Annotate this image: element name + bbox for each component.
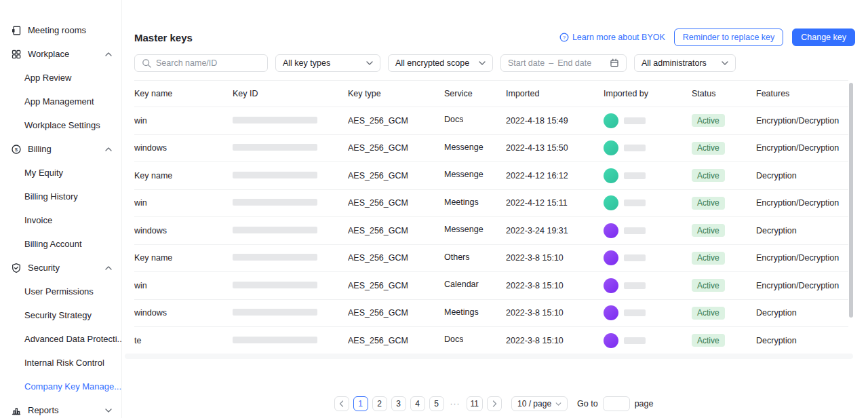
imported-by-cell [604,305,692,320]
vertical-scrollbar-thumb[interactable] [849,83,853,318]
key-type-cell: AES_256_GCM [348,281,444,290]
service-cell: Docs [444,115,506,126]
status-cell: Active [692,224,756,237]
reminder-to-replace-key-button[interactable]: Reminder to replace key [674,28,783,46]
table-row[interactable]: windows AES_256_GCM Messenger 2022-4-13 … [134,135,848,163]
table-row[interactable]: te AES_256_GCM Docs 2022-3-8 15:10 Activ… [134,327,848,355]
chevron-down-icon [555,402,561,406]
sidebar-item-app-management[interactable]: App Management [0,90,121,113]
sidebar-item-invoice[interactable]: Invoice [0,208,121,232]
key-type-cell: AES_256_GCM [348,308,444,318]
imported-by-cell [604,140,692,155]
goto-page-input[interactable] [603,396,630,411]
key-name-cell: windows [134,308,233,318]
svg-text:?: ? [563,35,566,41]
billing-icon: $ [11,144,22,155]
page-button-4[interactable]: 4 [410,396,425,411]
pagination-ellipsis[interactable]: ··· [448,399,462,408]
next-page-button[interactable] [487,396,502,411]
table-row[interactable]: win AES_256_GCM Docs 2022-4-18 15:49 Act… [134,107,848,135]
table-row[interactable]: Key name AES_256_GCM Others 2022-3-8 15:… [134,245,848,273]
key-id-cell [233,171,348,180]
sidebar-item-company-key-management[interactable]: Company Key Manage... [0,375,121,398]
key-type-cell: AES_256_GCM [348,336,444,345]
status-badge: Active [692,197,725,210]
sidebar-item-workplace-settings[interactable]: Workplace Settings [0,113,121,137]
sidebar: Meeting rooms Workplace App Review App M… [0,0,122,418]
prev-page-button[interactable] [334,396,349,411]
table-row[interactable]: win AES_256_GCM Meetings 2022-4-12 15:11… [134,190,848,218]
table-row[interactable]: Key name AES_256_GCM Messenger 2022-4-12… [134,162,848,190]
table-row[interactable]: win AES_256_GCM Calendar 2022-3-8 15:10 … [134,272,848,300]
status-cell: Active [692,307,756,320]
end-date-placeholder: End date [557,58,591,68]
reports-icon [11,405,22,416]
search-field[interactable] [134,54,268,72]
service-cell: Messenger [444,225,506,236]
sidebar-item-workplace[interactable]: Workplace [0,42,121,66]
imported-by-name-placeholder-bar [624,282,646,289]
imported-cell: 2022-3-8 15:10 [506,281,604,290]
features-cell: Encryption/Decryption [756,281,848,290]
page-button-5[interactable]: 5 [429,396,444,411]
search-icon [142,58,151,68]
status-cell: Active [692,334,756,347]
key-types-select[interactable]: All key types [275,54,380,72]
status-badge: Active [692,252,725,265]
table-row[interactable]: windows AES_256_GCM Messenger 2022-3-24 … [134,217,848,245]
page-button-2[interactable]: 2 [372,396,387,411]
date-range-picker[interactable]: Start date – End date [500,54,627,72]
imported-by-name-placeholder-bar [624,309,646,316]
sidebar-item-billing[interactable]: $ Billing [0,137,121,161]
sidebar-item-billing-account[interactable]: Billing Account [0,232,121,256]
goto-page: Go to page [577,396,653,411]
search-input[interactable] [156,58,260,68]
key-id-cell [233,226,348,235]
sidebar-item-label: App Review [24,73,71,83]
features-cell: Decryption [756,336,848,345]
imported-by-name-placeholder-bar [624,145,646,151]
sidebar-item-app-review[interactable]: App Review [0,66,121,90]
change-key-button[interactable]: Change key [792,28,855,46]
sidebar-item-my-equity[interactable]: My Equity [0,161,121,185]
sidebar-item-advanced-data-protection[interactable]: Advanced Data Protecti... [0,327,121,351]
key-type-cell: AES_256_GCM [348,226,444,235]
status-badge: Active [692,114,725,127]
service-cell: Messenger [444,142,506,154]
sidebar-item-meeting-rooms[interactable]: Meeting rooms [0,18,121,42]
status-badge: Active [692,169,725,182]
sidebar-item-security-strategy[interactable]: Security Strategy [0,303,121,327]
administrators-select[interactable]: All administrators [634,54,736,72]
calendar-icon [610,58,619,68]
horizontal-scrollbar-track[interactable] [125,354,853,359]
svg-text:$: $ [15,146,18,152]
sidebar-item-billing-history[interactable]: Billing History [0,185,121,208]
key-id-cell [233,116,348,126]
features-cell: Encryption/Decryption [756,198,848,208]
sidebar-item-label: Internal Risk Control [24,358,104,368]
page-size-select[interactable]: 10 / page [511,396,568,411]
sidebar-item-label: Advanced Data Protecti... [24,334,124,344]
page-button-11[interactable]: 11 [467,396,483,411]
sidebar-item-user-permissions[interactable]: User Permissions [0,280,121,303]
status-badge: Active [692,307,725,320]
sidebar-item-reports[interactable]: Reports [0,398,121,418]
features-cell: Encryption/Decryption [756,143,848,153]
imported-by-cell [604,113,692,128]
key-name-cell: win [134,116,233,126]
chevron-down-icon [105,408,112,413]
sidebar-item-security[interactable]: Security [0,256,121,280]
status-cell: Active [692,252,756,265]
key-id-cell [233,198,348,208]
features-cell: Encryption/Decryption [756,116,848,126]
encrypted-scope-select[interactable]: All encrypted scope [388,54,493,72]
learn-more-link[interactable]: ? Learn more about BYOK [559,33,665,42]
table-row[interactable]: windows AES_256_GCM Meetings 2022-3-8 15… [134,300,848,328]
imported-by-avatar [604,278,618,293]
page-button-1[interactable]: 1 [353,396,368,411]
status-cell: Active [692,197,756,210]
imported-by-name-placeholder-bar [624,254,646,261]
imported-cell: 2022-4-12 15:11 [506,198,604,208]
page-button-3[interactable]: 3 [391,396,406,411]
sidebar-item-internal-risk-control[interactable]: Internal Risk Control [0,351,121,375]
